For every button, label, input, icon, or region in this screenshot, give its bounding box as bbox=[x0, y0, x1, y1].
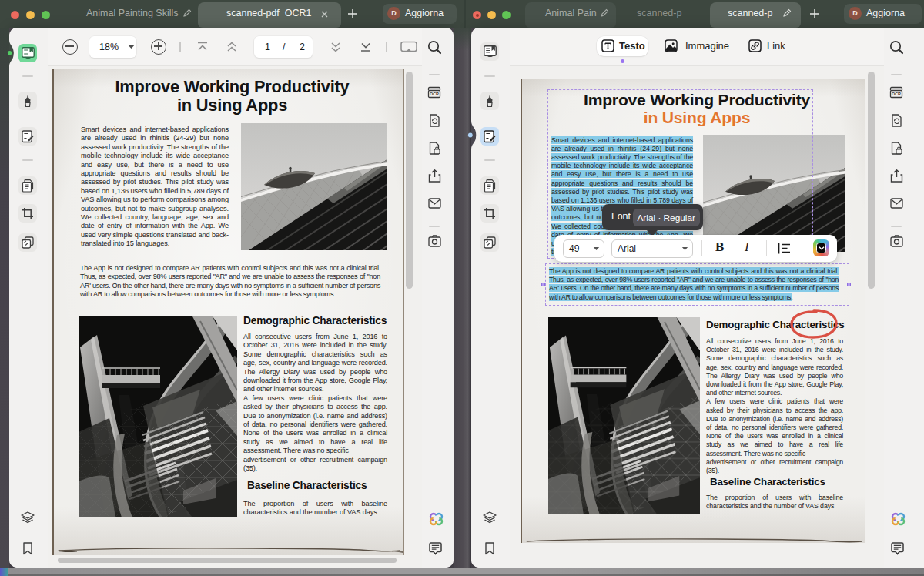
svg-text:OCR: OCR bbox=[430, 92, 439, 96]
svg-text:OCR: OCR bbox=[892, 92, 901, 96]
